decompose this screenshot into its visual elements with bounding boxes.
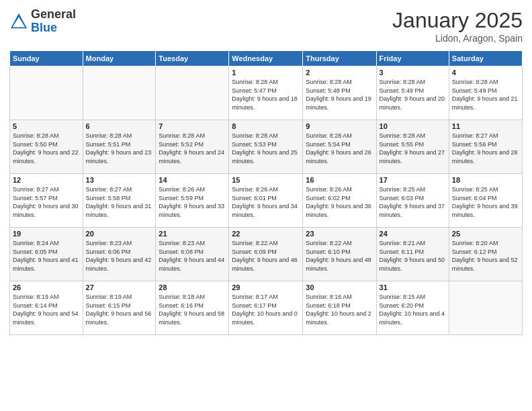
table-cell	[156, 66, 229, 120]
day-info: Sunrise: 8:19 AM Sunset: 6:15 PM Dayligh…	[86, 293, 153, 326]
table-cell: 17Sunrise: 8:25 AM Sunset: 6:03 PM Dayli…	[376, 174, 449, 228]
month-title: January 2025	[392, 8, 523, 33]
day-info: Sunrise: 8:28 AM Sunset: 5:50 PM Dayligh…	[13, 132, 80, 165]
day-number: 20	[86, 230, 153, 238]
day-info: Sunrise: 8:28 AM Sunset: 5:49 PM Dayligh…	[380, 78, 446, 111]
calendar-week-1: 1Sunrise: 8:28 AM Sunset: 5:47 PM Daylig…	[10, 66, 523, 120]
col-tuesday: Tuesday	[156, 51, 229, 66]
logo: General Blue	[9, 8, 76, 35]
col-saturday: Saturday	[449, 51, 522, 66]
header: General Blue January 2025 Lidon, Aragon,…	[9, 8, 523, 44]
table-cell	[10, 66, 83, 120]
table-cell: 10Sunrise: 8:28 AM Sunset: 5:55 PM Dayli…	[376, 120, 449, 174]
day-number: 11	[452, 122, 519, 130]
day-number: 26	[13, 283, 80, 291]
day-info: Sunrise: 8:26 AM Sunset: 5:59 PM Dayligh…	[159, 185, 226, 219]
table-cell: 30Sunrise: 8:16 AM Sunset: 6:18 PM Dayli…	[303, 281, 376, 335]
day-info: Sunrise: 8:28 AM Sunset: 5:54 PM Dayligh…	[306, 132, 373, 165]
table-cell: 14Sunrise: 8:26 AM Sunset: 5:59 PM Dayli…	[156, 174, 229, 228]
day-number: 8	[232, 122, 300, 130]
day-number: 27	[86, 283, 153, 291]
table-cell: 31Sunrise: 8:15 AM Sunset: 6:20 PM Dayli…	[376, 281, 449, 335]
day-number: 10	[380, 122, 446, 130]
day-info: Sunrise: 8:26 AM Sunset: 6:01 PM Dayligh…	[232, 185, 300, 219]
day-info: Sunrise: 8:23 AM Sunset: 6:08 PM Dayligh…	[159, 239, 226, 273]
calendar-table: Sunday Monday Tuesday Wednesday Thursday…	[9, 50, 523, 335]
day-info: Sunrise: 8:28 AM Sunset: 5:48 PM Dayligh…	[306, 78, 373, 111]
table-cell: 21Sunrise: 8:23 AM Sunset: 6:08 PM Dayli…	[156, 228, 229, 281]
day-number: 23	[306, 230, 373, 238]
day-number: 31	[380, 283, 446, 291]
table-cell: 2Sunrise: 8:28 AM Sunset: 5:48 PM Daylig…	[303, 66, 376, 120]
table-cell: 25Sunrise: 8:20 AM Sunset: 6:12 PM Dayli…	[449, 228, 522, 281]
day-info: Sunrise: 8:27 AM Sunset: 5:58 PM Dayligh…	[86, 185, 153, 219]
day-info: Sunrise: 8:25 AM Sunset: 6:03 PM Dayligh…	[380, 185, 446, 219]
day-number: 4	[452, 68, 519, 77]
logo-blue: Blue	[31, 21, 76, 35]
day-number: 25	[452, 230, 519, 238]
day-info: Sunrise: 8:22 AM Sunset: 6:09 PM Dayligh…	[232, 239, 300, 273]
day-info: Sunrise: 8:24 AM Sunset: 6:05 PM Dayligh…	[13, 239, 80, 273]
day-info: Sunrise: 8:22 AM Sunset: 6:10 PM Dayligh…	[306, 239, 373, 273]
table-cell: 1Sunrise: 8:28 AM Sunset: 5:47 PM Daylig…	[229, 66, 303, 120]
day-info: Sunrise: 8:27 AM Sunset: 5:57 PM Dayligh…	[13, 185, 80, 219]
day-number: 13	[86, 176, 153, 184]
day-number: 22	[232, 230, 300, 238]
day-info: Sunrise: 8:19 AM Sunset: 6:14 PM Dayligh…	[13, 293, 80, 326]
table-cell: 9Sunrise: 8:28 AM Sunset: 5:54 PM Daylig…	[303, 120, 376, 174]
table-cell: 8Sunrise: 8:28 AM Sunset: 5:53 PM Daylig…	[229, 120, 303, 174]
day-number: 19	[13, 230, 80, 238]
col-thursday: Thursday	[303, 51, 376, 66]
col-monday: Monday	[83, 51, 156, 66]
day-number: 21	[159, 230, 226, 238]
day-info: Sunrise: 8:27 AM Sunset: 5:56 PM Dayligh…	[452, 132, 519, 165]
table-cell	[83, 66, 156, 120]
calendar-container: General Blue January 2025 Lidon, Aragon,…	[0, 0, 532, 411]
day-number: 2	[306, 68, 373, 77]
day-info: Sunrise: 8:20 AM Sunset: 6:12 PM Dayligh…	[452, 239, 519, 273]
location-subtitle: Lidon, Aragon, Spain	[392, 33, 523, 44]
table-cell: 26Sunrise: 8:19 AM Sunset: 6:14 PM Dayli…	[10, 281, 83, 335]
day-number: 6	[86, 122, 153, 130]
day-info: Sunrise: 8:28 AM Sunset: 5:52 PM Dayligh…	[159, 132, 226, 165]
col-friday: Friday	[376, 51, 449, 66]
table-cell: 5Sunrise: 8:28 AM Sunset: 5:50 PM Daylig…	[10, 120, 83, 174]
day-info: Sunrise: 8:28 AM Sunset: 5:53 PM Dayligh…	[232, 132, 300, 165]
day-number: 16	[306, 176, 373, 184]
table-cell: 11Sunrise: 8:27 AM Sunset: 5:56 PM Dayli…	[449, 120, 522, 174]
logo-text: General Blue	[31, 8, 76, 35]
table-cell: 18Sunrise: 8:25 AM Sunset: 6:04 PM Dayli…	[449, 174, 522, 228]
day-info: Sunrise: 8:21 AM Sunset: 6:11 PM Dayligh…	[380, 239, 446, 273]
table-cell: 16Sunrise: 8:26 AM Sunset: 6:02 PM Dayli…	[303, 174, 376, 228]
table-cell: 24Sunrise: 8:21 AM Sunset: 6:11 PM Dayli…	[376, 228, 449, 281]
day-number: 1	[232, 68, 300, 77]
calendar-week-2: 5Sunrise: 8:28 AM Sunset: 5:50 PM Daylig…	[10, 120, 523, 174]
day-number: 18	[452, 176, 519, 184]
day-number: 5	[13, 122, 80, 130]
table-cell: 15Sunrise: 8:26 AM Sunset: 6:01 PM Dayli…	[229, 174, 303, 228]
day-number: 12	[13, 176, 80, 184]
table-cell: 19Sunrise: 8:24 AM Sunset: 6:05 PM Dayli…	[10, 228, 83, 281]
col-sunday: Sunday	[10, 51, 83, 66]
day-number: 17	[380, 176, 446, 184]
day-number: 30	[306, 283, 373, 291]
calendar-header-row: Sunday Monday Tuesday Wednesday Thursday…	[10, 51, 523, 66]
day-number: 14	[159, 176, 226, 184]
logo-icon	[9, 12, 28, 31]
logo-general: General	[31, 8, 76, 21]
table-cell: 3Sunrise: 8:28 AM Sunset: 5:49 PM Daylig…	[376, 66, 449, 120]
col-wednesday: Wednesday	[229, 51, 303, 66]
calendar-week-5: 26Sunrise: 8:19 AM Sunset: 6:14 PM Dayli…	[10, 281, 523, 335]
day-info: Sunrise: 8:25 AM Sunset: 6:04 PM Dayligh…	[452, 185, 519, 219]
table-cell: 27Sunrise: 8:19 AM Sunset: 6:15 PM Dayli…	[83, 281, 156, 335]
table-cell: 28Sunrise: 8:18 AM Sunset: 6:16 PM Dayli…	[156, 281, 229, 335]
day-number: 24	[380, 230, 446, 238]
day-info: Sunrise: 8:28 AM Sunset: 5:49 PM Dayligh…	[452, 78, 519, 111]
table-cell	[449, 281, 522, 335]
day-info: Sunrise: 8:17 AM Sunset: 6:17 PM Dayligh…	[232, 293, 300, 326]
day-number: 7	[159, 122, 226, 130]
day-number: 15	[232, 176, 300, 184]
day-number: 28	[159, 283, 226, 291]
day-info: Sunrise: 8:28 AM Sunset: 5:55 PM Dayligh…	[380, 132, 446, 165]
table-cell: 7Sunrise: 8:28 AM Sunset: 5:52 PM Daylig…	[156, 120, 229, 174]
